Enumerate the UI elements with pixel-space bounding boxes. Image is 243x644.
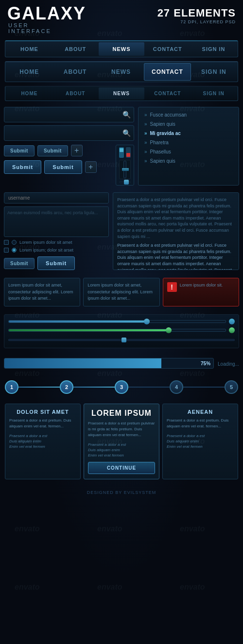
search-icon-2[interactable]: 🔍 [122, 129, 131, 137]
card-3-list: Praesent a dolor a est Duis aliquam enim… [167, 433, 234, 449]
slider-thumb-1[interactable] [144, 319, 150, 324]
username-input[interactable] [4, 192, 109, 203]
chevron-icon-4: » [144, 149, 147, 154]
info-box-2-text: Lorem ipsum dolor sit amet, consectetur … [87, 283, 153, 301]
info-box-1-text: Lorem ipsum dolor sit amet, consectetur … [8, 283, 73, 301]
dropdown-item-1[interactable]: » Sapien quis [139, 119, 239, 129]
slider-handle-1[interactable] [229, 319, 235, 324]
watermark-30: envato [180, 583, 205, 592]
progress-bar: 75% [4, 358, 214, 369]
elements-count-area: 27 ELEMENTS 72 DPI, LAYERED PSD [157, 5, 236, 24]
form-submit-btn-2[interactable]: Submit [37, 256, 75, 270]
submit-btn-1[interactable]: Submit [4, 145, 35, 156]
search-input-1[interactable] [7, 112, 122, 118]
watermark-25: envato [15, 525, 40, 533]
slider-fill-2 [9, 329, 172, 331]
dropdown-item-4[interactable]: » Phasellus [139, 147, 239, 156]
toggle-on[interactable] [119, 147, 124, 158]
navbar-1: HOME ABOUT NEWS CONTACT SIGN IN [5, 40, 238, 57]
submit-primary-1[interactable]: Submit [4, 160, 41, 174]
mini-h-slider-thumb[interactable] [124, 180, 129, 185]
step-line-3 [128, 387, 170, 388]
nav1-contact[interactable]: CONTACT [144, 42, 191, 56]
nav3-signin[interactable]: SIGN IN [191, 87, 237, 100]
radio-1[interactable] [12, 240, 17, 245]
nav3-about[interactable]: ABOUT [52, 87, 99, 100]
card-1-item-2: Duis aliquam enim [9, 439, 76, 444]
watermark-29: envato [97, 583, 122, 592]
vertical-slider-area [119, 160, 131, 179]
mini-slider-row [8, 336, 235, 344]
form-left-panel: Aenean euismod mollis arcu, nec porta li… [4, 192, 109, 270]
dropdown-label-5: Sapien quis [150, 158, 175, 164]
step-4[interactable]: 4 [170, 380, 183, 394]
card-2-item-1: Praesent a dolor a est [88, 442, 155, 447]
nav3-news[interactable]: NEWS [99, 87, 145, 100]
card-1-item-3: Enim vel erat fermen [9, 444, 76, 449]
alert-icon: ! [167, 282, 177, 292]
left-widgets: 🔍 🔍 Submit Submit + Submit Submit [4, 107, 134, 186]
v-slider-thumb[interactable] [122, 168, 129, 171]
navbar-2: HOME ABOUT NEWS CONTACT SIGN IN [5, 61, 238, 82]
card-3-title: AENEAN [167, 409, 234, 415]
navbar-3: HOME ABOUT NEWS CONTACT SIGN IN [5, 86, 238, 101]
toggle-off[interactable] [126, 147, 131, 158]
text-paragraph-1: Praesent a dolor a est pretium pulvinar … [117, 197, 235, 239]
step-line-1 [18, 387, 60, 388]
slider-track-2 [8, 329, 226, 332]
dropdown-label-3: Pharetra [150, 140, 168, 145]
checkbox-row-2: Lorem ipsum; dolor sit arset [4, 248, 109, 253]
form-right-panel: Praesent a dolor a est pretium pulvinar … [113, 192, 239, 270]
nav1-about[interactable]: ABOUT [52, 42, 99, 56]
dropdown-item-3[interactable]: » Pharetra [139, 138, 239, 147]
cards-container: DOLOR SIT AMET Praesent a dolor a est pr… [4, 404, 239, 479]
nav1-news[interactable]: NEWS [99, 42, 145, 56]
nav3-home[interactable]: HOME [6, 87, 52, 100]
card-3-item-3: Enim vel erat fermen [167, 444, 234, 449]
slider-thumb-2[interactable] [166, 327, 172, 333]
submit-btn-2[interactable]: Submit [37, 145, 68, 156]
plus-btn-1[interactable]: + [71, 145, 83, 156]
form-submit-btn-1[interactable]: Submit [4, 258, 35, 269]
slider-handle-2[interactable] [229, 327, 235, 333]
nav2-news[interactable]: NEWS [98, 64, 144, 80]
submit-primary-2[interactable]: Submit [44, 160, 82, 174]
checkbox-row-1: Lorem ipsum dolor sit amet [4, 240, 109, 245]
mini-h-slider [119, 181, 131, 183]
dropdown-item-0[interactable]: » Fusce accumsan [139, 110, 239, 119]
search-input-2[interactable] [7, 130, 122, 136]
brand-galaxy: GALAXY [7, 5, 86, 22]
footer: DESIGNED BY EVILSYSTEM [0, 486, 243, 499]
checkbox-1[interactable] [4, 240, 9, 245]
continue-button[interactable]: CONTINUE [88, 462, 155, 474]
step-3[interactable]: 3 [115, 380, 128, 394]
info-boxes-row: Lorem ipsum dolor sit amet, consectetur … [4, 278, 239, 306]
nav1-home[interactable]: HOME [6, 42, 52, 56]
nav3-contact[interactable]: CONTACT [144, 87, 191, 100]
nav2-signin[interactable]: SIGN IN [191, 64, 237, 80]
step-1[interactable]: 1 [5, 380, 18, 394]
card-1: DOLOR SIT AMET Praesent a dolor a est pr… [5, 404, 81, 479]
watermark-27: envato [180, 525, 205, 533]
card-1-text: Praesent a dolor a est pretium. Duis ali… [9, 418, 76, 429]
dropdown-item-2[interactable]: » Mi gravida ac [139, 129, 239, 138]
plus-btn-2[interactable]: + [85, 161, 97, 173]
step-5[interactable]: 5 [225, 380, 238, 394]
nav2-home[interactable]: HOME [6, 64, 52, 80]
info-box-2: Lorem ipsum dolor sit amet, consectetur … [83, 278, 159, 306]
card-featured: LOREM IPSUM Praesent a dolor a est preti… [84, 404, 159, 479]
radio-2[interactable] [12, 248, 17, 253]
nav2-contact[interactable]: CONTACT [144, 63, 191, 81]
card-3-item-2: Duis aliquam enim [167, 439, 234, 444]
dropdown-label-4: Phasellus [150, 149, 171, 154]
toggle-row-1 [119, 147, 131, 158]
step-2[interactable]: 2 [60, 380, 73, 394]
checkbox-2[interactable] [4, 248, 9, 253]
mini-slider-thumb[interactable] [122, 338, 126, 342]
search-icon-1[interactable]: 🔍 [122, 111, 131, 119]
card-3-text: Praesent a dolor a est pretium. Duis ali… [167, 418, 234, 429]
nav1-signin[interactable]: SIGN IN [191, 42, 237, 56]
nav2-about[interactable]: ABOUT [52, 64, 98, 80]
dropdown-item-5[interactable]: » Sapien quis [139, 156, 239, 166]
brand-subtitle: USER INTERFACE [8, 22, 86, 34]
